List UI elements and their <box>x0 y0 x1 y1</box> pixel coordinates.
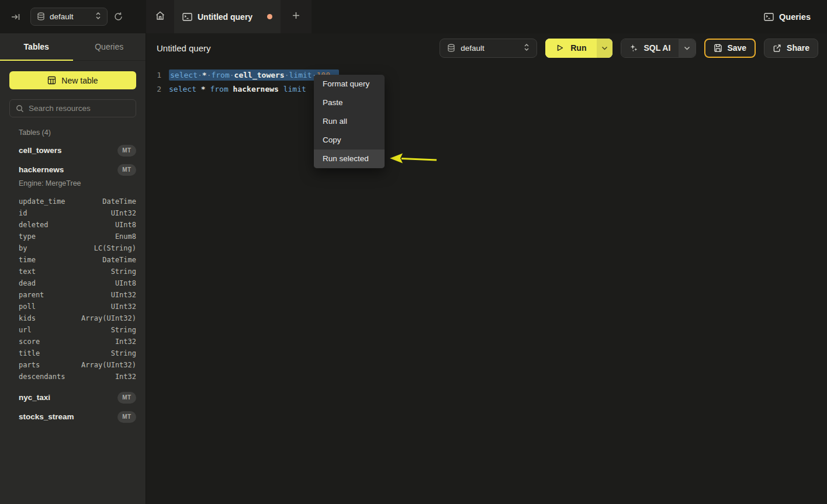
share-button[interactable]: Share <box>764 39 818 58</box>
console-icon <box>764 13 774 21</box>
annotation-arrow-icon <box>389 151 440 167</box>
column-row: pollUInt32 <box>0 301 146 312</box>
sql-ai-label: SQL AI <box>643 43 670 53</box>
line-number: 1 <box>146 68 161 82</box>
column-row: deadUInt8 <box>0 277 146 289</box>
new-table-label: New table <box>61 76 98 85</box>
top-bar: default <box>0 0 827 33</box>
tab-untitled-query[interactable]: Untitled query <box>174 0 281 33</box>
top-bar-right: Queries <box>764 0 827 33</box>
run-button-group: Run <box>545 39 613 58</box>
run-button[interactable]: Run <box>545 39 597 58</box>
database-icon <box>37 12 45 21</box>
line-number: 2 <box>146 82 161 96</box>
select-updown-icon <box>95 12 101 22</box>
menu-item-paste[interactable]: Paste <box>314 93 385 112</box>
tables-section-header: Tables (4) <box>0 128 146 139</box>
whitespace-dot <box>285 71 289 79</box>
table-row-hackernews[interactable]: hackernews MT <box>0 160 146 179</box>
search-box <box>9 99 136 117</box>
engine-info: Engine: MergeTree <box>0 179 146 190</box>
table-row-nyc-taxi[interactable]: nyc_taxi MT <box>0 388 146 407</box>
whitespace-dot <box>230 71 234 79</box>
save-button-label: Save <box>727 43 746 53</box>
menu-item-run-all[interactable]: Run all <box>314 112 385 131</box>
save-icon <box>714 44 722 53</box>
unsaved-changes-dot <box>267 14 272 19</box>
database-selector-value: default <box>461 44 485 53</box>
column-row: byLC(String) <box>0 242 146 254</box>
new-tab-button[interactable] <box>281 0 312 33</box>
run-options-dropdown[interactable] <box>597 39 613 58</box>
share-button-label: Share <box>787 43 809 53</box>
queries-button-label: Queries <box>779 12 811 22</box>
sql-editor[interactable]: 1 select*fromcell_towerslimit100 2 selec… <box>146 62 827 96</box>
column-row: urlString <box>0 324 146 336</box>
column-row: idUInt32 <box>0 207 146 219</box>
column-row: timeDateTime <box>0 254 146 266</box>
engine-badge: MT <box>117 392 136 404</box>
select-updown-icon <box>524 43 530 53</box>
column-row: scoreInt32 <box>0 336 146 347</box>
table-row-cell-towers[interactable]: cell_towers MT <box>0 141 146 160</box>
top-bar-left: default <box>0 0 146 33</box>
editor-line-1[interactable]: 1 select*fromcell_towerslimit100 <box>146 68 827 82</box>
column-row: kidsArray(UInt32) <box>0 312 146 324</box>
column-row: deletedUInt8 <box>0 219 146 231</box>
tab-tables[interactable]: Tables <box>0 33 73 60</box>
search-input[interactable] <box>29 104 132 113</box>
engine-badge: MT <box>117 411 136 423</box>
table-row-stocks-stream[interactable]: stocks_stream MT <box>0 407 146 426</box>
search-icon <box>16 105 24 113</box>
query-title: Untitled query <box>157 43 211 53</box>
share-icon <box>773 44 781 53</box>
play-icon <box>556 44 564 52</box>
menu-item-format-query[interactable]: Format query <box>314 75 385 93</box>
menu-item-copy[interactable]: Copy <box>314 131 385 150</box>
tab-queries[interactable]: Queries <box>73 33 146 60</box>
active-tab-underline <box>0 60 73 61</box>
sql-ai-dropdown[interactable] <box>679 39 695 57</box>
home-tab[interactable] <box>146 0 174 33</box>
query-header: Untitled query default <box>146 33 827 62</box>
column-row: descendantsInt32 <box>0 371 146 383</box>
main-panel: Untitled query default <box>146 33 827 504</box>
new-table-button[interactable]: New table <box>9 71 136 89</box>
column-row: parentUInt32 <box>0 289 146 301</box>
sparkles-icon <box>629 44 638 53</box>
database-selector-value: default <box>50 12 74 21</box>
whitespace-dot <box>198 71 202 79</box>
collapse-sidebar-icon[interactable] <box>11 12 21 22</box>
run-button-label: Run <box>570 43 586 53</box>
editor-line-2[interactable]: 2 select*fromhackernewslimit <box>146 82 827 96</box>
column-row: update_timeDateTime <box>0 196 146 207</box>
column-row: titleString <box>0 347 146 359</box>
save-button[interactable]: Save <box>704 39 756 58</box>
home-icon <box>155 11 165 23</box>
console-icon <box>182 13 192 21</box>
sql-ai-button-group: SQL AI <box>621 39 696 58</box>
toolbar: default Run <box>440 39 818 58</box>
database-icon <box>447 44 455 53</box>
column-row: typeEnum8 <box>0 231 146 242</box>
app-window: default <box>0 0 827 504</box>
database-selector[interactable]: default <box>30 8 108 26</box>
queries-button[interactable]: Queries <box>764 12 811 22</box>
sql-ai-button[interactable]: SQL AI <box>621 39 679 57</box>
column-row: textString <box>0 266 146 277</box>
menu-item-run-selected[interactable]: Run selected <box>314 150 385 168</box>
tab-strip: Untitled query <box>146 0 312 33</box>
sidebar: Tables Queries New table <box>0 33 146 504</box>
table-grid-icon <box>47 76 56 85</box>
sidebar-tabs: Tables Queries <box>0 33 146 61</box>
context-menu: Format query Paste Run all Copy Run sele… <box>314 75 385 168</box>
column-list: update_timeDateTime idUInt32 deletedUInt… <box>0 196 146 383</box>
plus-icon <box>292 11 300 22</box>
tab-label: Untitled query <box>198 12 252 22</box>
refresh-icon[interactable] <box>113 12 123 22</box>
engine-badge: MT <box>117 145 136 157</box>
column-row: partsArray(UInt32) <box>0 359 146 371</box>
engine-badge: MT <box>117 164 136 176</box>
database-selector[interactable]: default <box>440 39 537 58</box>
